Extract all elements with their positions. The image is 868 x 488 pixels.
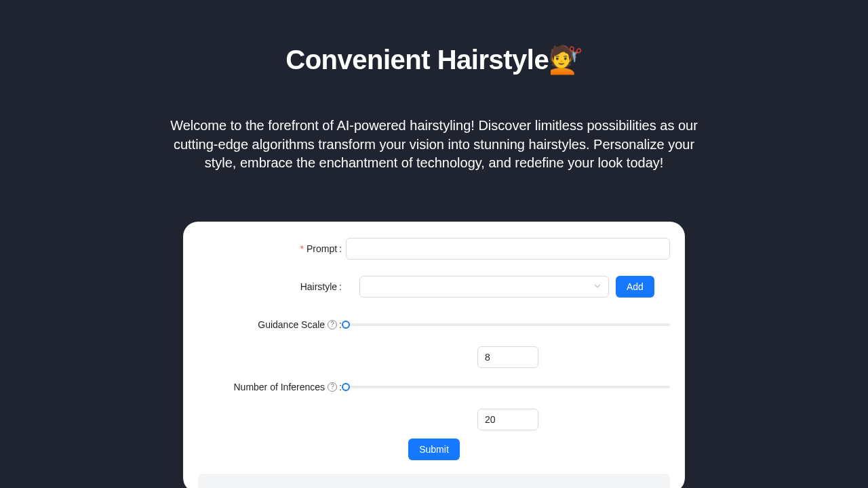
hairstyle-label: Hairstyle : <box>198 276 346 298</box>
inferences-label: Number of Inferences ? : <box>198 376 346 398</box>
prompt-label-text: Prompt <box>307 238 337 260</box>
guidance-slider[interactable] <box>346 323 670 326</box>
page-title: Convenient Hairstyle💇 <box>0 44 868 76</box>
guidance-label-text: Guidance Scale <box>258 314 325 336</box>
submit-button[interactable]: Submit <box>408 439 460 460</box>
inferences-row: Number of Inferences ? : <box>198 376 670 430</box>
guidance-slider-handle[interactable] <box>342 321 350 329</box>
chevron-down-icon <box>593 281 601 293</box>
submit-row: Submit <box>198 439 670 460</box>
form-card: * Prompt : Hairstyle : Add <box>183 222 685 488</box>
colon: : <box>339 276 342 298</box>
hairstyle-label-text: Hairstyle <box>300 276 337 298</box>
hairstyle-row: Hairstyle : Add <box>198 276 670 298</box>
inferences-slider-handle[interactable] <box>342 383 350 391</box>
prompt-label: * Prompt : <box>198 238 346 260</box>
guidance-label: Guidance Scale ? : <box>198 314 346 336</box>
inferences-value-input[interactable] <box>477 409 538 430</box>
inferences-slider[interactable] <box>346 386 670 388</box>
inferences-label-text: Number of Inferences <box>233 376 325 398</box>
output-placeholder <box>198 474 670 488</box>
guidance-value-input[interactable] <box>477 346 538 368</box>
hairstyle-select[interactable] <box>359 276 609 298</box>
help-icon[interactable]: ? <box>328 382 337 392</box>
colon: : <box>339 238 342 260</box>
intro-text: Welcome to the forefront of AI-powered h… <box>170 117 698 173</box>
guidance-row: Guidance Scale ? : <box>198 314 670 368</box>
help-icon[interactable]: ? <box>328 320 337 329</box>
prompt-row: * Prompt : <box>198 238 670 260</box>
prompt-input[interactable] <box>346 238 670 260</box>
required-asterisk: * <box>300 238 304 260</box>
add-button[interactable]: Add <box>616 276 654 298</box>
